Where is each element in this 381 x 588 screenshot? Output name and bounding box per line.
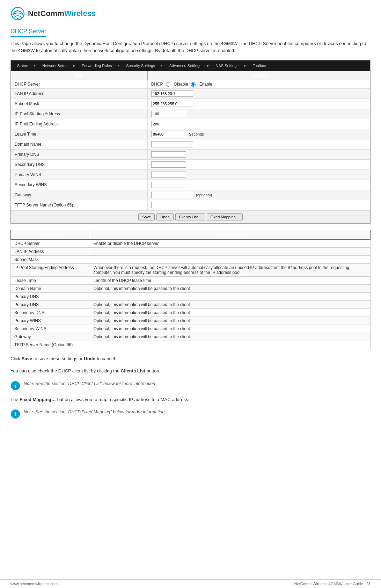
dhcp-disable-radio[interactable] bbox=[166, 82, 170, 87]
table-row: DHCP Server Enable or disable the DHCP s… bbox=[11, 240, 371, 248]
dhcp-enable-radio[interactable] bbox=[191, 82, 196, 87]
info-icon: i bbox=[10, 381, 20, 391]
gateway-input[interactable] bbox=[151, 192, 193, 198]
table-row: Domain Name Optional, this information w… bbox=[11, 285, 371, 293]
nav-nas-settings[interactable]: NAS Settings bbox=[212, 62, 242, 69]
def-primary-wins: Optional, this information will be passe… bbox=[90, 317, 370, 325]
table-row: Primary WINS Optional, this information … bbox=[11, 317, 371, 325]
description: This Page allows you to change the Dynam… bbox=[10, 40, 371, 54]
setting-ip-pool-end bbox=[147, 119, 370, 129]
def-tftp-server bbox=[90, 341, 370, 349]
def-primary-dns-2: Optional, this information will be passe… bbox=[90, 301, 370, 309]
table-row: Gateway (optional) bbox=[11, 190, 370, 200]
def-ip-pool: Whenever there is a request, the DHCP se… bbox=[90, 264, 370, 277]
dhcp-disable-label: Disable bbox=[174, 82, 188, 87]
def-secondary-wins: Optional, this information will be passe… bbox=[90, 325, 370, 333]
note-fixed-mapping: i Note: See the section “DHCP Fixed Mapp… bbox=[10, 408, 371, 420]
option-subnet-mask: Subnet Mask bbox=[11, 256, 90, 264]
nav-status[interactable]: Status bbox=[14, 62, 31, 69]
nav-toolbox[interactable]: Toolbox bbox=[249, 62, 270, 69]
table-row: TFTP Server Name (Option 65) bbox=[11, 200, 370, 210]
item-secondary-dns: Secondary DNS bbox=[11, 160, 148, 170]
item-gateway: Gateway bbox=[11, 190, 148, 200]
domain-name-input[interactable] bbox=[151, 141, 193, 147]
setting-dhcp-server: DHCP Disable Enable bbox=[147, 80, 370, 89]
table-row: Primary WINS bbox=[11, 170, 370, 180]
table-row: Secondary DNS Optional, this information… bbox=[11, 309, 371, 317]
col-setting-header: Setting bbox=[147, 71, 370, 80]
subnet-mask-input[interactable] bbox=[151, 101, 193, 107]
item-primary-dns: Primary DNS bbox=[11, 150, 148, 160]
secondary-dns-input[interactable] bbox=[151, 161, 186, 168]
item-ip-pool-end: IP Pool Ending Address bbox=[11, 119, 148, 129]
def-gateway: Optional, this information will be passe… bbox=[90, 333, 370, 341]
page-footer: www.netcommwireless.com NetComm Wireless… bbox=[0, 579, 381, 588]
item-tftp-server: TFTP Server Name (Option 65) bbox=[11, 200, 148, 210]
table-row: Primary DNS bbox=[11, 150, 370, 160]
clients-list-instruction: You can also check the DHCP client list … bbox=[10, 368, 371, 375]
nav-forwarding-rules[interactable]: Forwarding Rules bbox=[78, 62, 115, 69]
table-row: Primary DNS Optional, this information w… bbox=[11, 301, 371, 309]
table-row: IP Pool Ending Address bbox=[11, 119, 370, 129]
setting-lease-time: Seconds bbox=[147, 129, 370, 139]
ip-pool-start-input[interactable] bbox=[151, 111, 186, 117]
option-domain-name: Domain Name bbox=[11, 285, 90, 293]
primary-dns-input[interactable] bbox=[151, 151, 186, 158]
table-row: LAN IP Address bbox=[11, 248, 371, 256]
option-lease-time: Lease Time bbox=[11, 277, 90, 285]
table-row: Domain Name bbox=[11, 139, 370, 150]
table-row: DHCP Server DHCP Disable Enable bbox=[11, 80, 370, 89]
clients-list-bold: Clients List bbox=[121, 368, 145, 373]
secondary-wins-input[interactable] bbox=[151, 182, 186, 188]
nav-security-settings[interactable]: Security Settings bbox=[123, 62, 159, 69]
table-row: Lease Time Seconds bbox=[11, 129, 370, 139]
item-domain-name: Domain Name bbox=[11, 139, 148, 150]
tftp-server-input[interactable] bbox=[151, 202, 193, 208]
option-secondary-wins: Secondary WINS bbox=[11, 325, 90, 333]
table-row: TFTP Server Name (Option 66) bbox=[11, 341, 371, 349]
primary-wins-input[interactable] bbox=[151, 172, 186, 178]
router-ui-panel: Status ► Network Setup ► Forwarding Rule… bbox=[10, 60, 371, 224]
undo-bold: Undo bbox=[84, 356, 95, 361]
seconds-label: Seconds bbox=[189, 132, 204, 136]
undo-button[interactable]: Undo bbox=[156, 213, 173, 220]
lan-ip-input[interactable] bbox=[151, 90, 193, 97]
ip-pool-end-input[interactable] bbox=[151, 121, 186, 127]
item-lan-ip: LAN IP Address bbox=[11, 89, 148, 99]
option-primary-dns-1: Primary DNS bbox=[11, 293, 90, 301]
fixed-mapping-button[interactable]: Fixed Mapping... bbox=[207, 213, 243, 220]
options-table-header: OPTION DEFINITION bbox=[11, 230, 371, 240]
info-icon-2: i bbox=[10, 409, 20, 419]
footer-website: www.netcommwireless.com bbox=[10, 582, 58, 586]
nav-network-setup[interactable]: Network Setup bbox=[39, 62, 71, 69]
nav-advanced-settings[interactable]: Advanced Settings bbox=[166, 62, 205, 69]
setting-gateway: (optional) bbox=[147, 190, 370, 200]
def-dhcp-server: Enable or disable the DHCP server. bbox=[90, 240, 370, 248]
item-secondary-wins: Secondary WINS bbox=[11, 180, 148, 190]
def-subnet-mask bbox=[90, 256, 370, 264]
save-instruction: Click Save to save these settings or Und… bbox=[10, 355, 371, 363]
button-row: Save Undo Clients List... Fixed Mapping.… bbox=[11, 210, 370, 223]
logo-icon bbox=[10, 6, 25, 21]
dhcp-radio-group: DHCP Disable Enable bbox=[151, 82, 366, 87]
option-lan-ip: LAN IP Address bbox=[11, 248, 90, 256]
option-ip-pool: IP Pool Starting/Ending Address bbox=[11, 264, 90, 277]
col-def-header: DEFINITION bbox=[90, 230, 370, 240]
option-dhcp-server: DHCP Server bbox=[11, 240, 90, 248]
fixed-mapping-bold: Fixed Mapping… bbox=[20, 397, 56, 402]
clients-list-button[interactable]: Clients List... bbox=[175, 213, 205, 220]
def-lease-time: Length of the DHCP lease time bbox=[90, 277, 370, 285]
lease-time-input[interactable] bbox=[151, 131, 186, 137]
def-lan-ip bbox=[90, 248, 370, 256]
setting-domain-name bbox=[147, 139, 370, 150]
table-row: Secondary DNS bbox=[11, 160, 370, 170]
option-primary-wins: Primary WINS bbox=[11, 317, 90, 325]
table-row: Secondary WINS Optional, this informatio… bbox=[11, 325, 371, 333]
option-primary-dns-2: Primary DNS bbox=[11, 301, 90, 309]
note-fixed-mapping-text: Note: See the section “DHCP Fixed Mappin… bbox=[24, 409, 164, 415]
table-row: IP Pool Starting/Ending Address Whenever… bbox=[11, 264, 371, 277]
item-subnet-mask: Subnet Mask bbox=[11, 99, 148, 109]
setting-lan-ip bbox=[147, 89, 370, 99]
save-button[interactable]: Save bbox=[138, 213, 155, 220]
option-tftp-server: TFTP Server Name (Option 66) bbox=[11, 341, 90, 349]
